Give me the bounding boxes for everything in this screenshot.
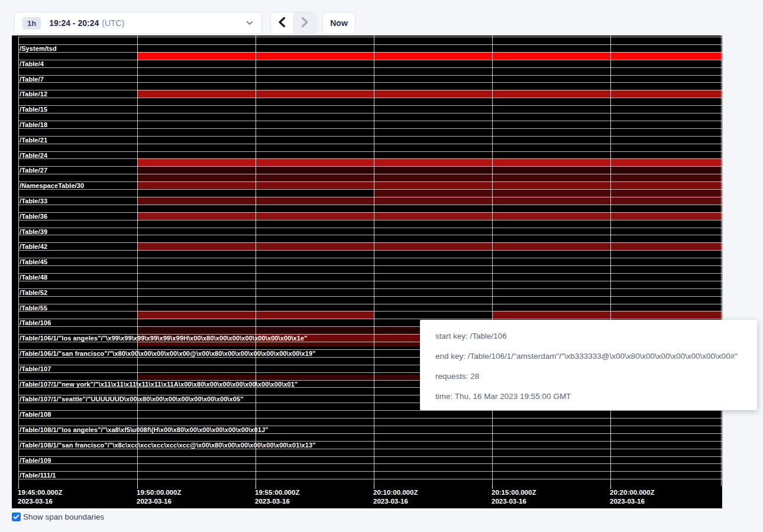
x-axis-label: 20:10:00.000Z2023-03-16 bbox=[373, 488, 418, 506]
span-boundary-line bbox=[18, 197, 722, 197]
span-boundary-line bbox=[18, 410, 722, 411]
span-boundary-line bbox=[18, 235, 722, 235]
heat-band bbox=[137, 197, 722, 205]
span-boundary-line bbox=[18, 181, 722, 182]
tooltip-start-key: start key: /Table/106 bbox=[435, 326, 751, 346]
row-label: /Table/18 bbox=[20, 121, 47, 128]
span-boundary-line bbox=[18, 471, 722, 472]
key-visualizer-canvas[interactable]: /System/tsd/Table/4/Table/7/Table/12/Tab… bbox=[12, 35, 722, 508]
span-boundary-line bbox=[18, 75, 722, 76]
x-axis-time: 20:20:00.000Z bbox=[610, 488, 654, 497]
row-label: /Table/55 bbox=[20, 304, 47, 312]
span-boundary-line bbox=[18, 136, 722, 137]
time-gridline bbox=[256, 35, 256, 486]
row-label: /Table/45 bbox=[20, 258, 47, 265]
time-gridline bbox=[492, 35, 493, 486]
span-boundary-line bbox=[18, 60, 722, 60]
span-boundary-line bbox=[18, 98, 722, 98]
row-label: /Table/12 bbox=[20, 90, 47, 98]
span-boundary-line bbox=[18, 479, 722, 479]
heat-band bbox=[137, 212, 722, 220]
row-label: /Table/111/1 bbox=[20, 472, 56, 479]
row-label: /Table/15 bbox=[20, 106, 47, 113]
span-boundary-line bbox=[18, 242, 722, 243]
sample-tooltip: start key: /Table/106 end key: /Table/10… bbox=[420, 320, 757, 410]
x-axis-time: 20:10:00.000Z bbox=[373, 488, 418, 497]
time-gridline bbox=[610, 35, 611, 486]
duration-badge: 1h bbox=[22, 17, 41, 30]
x-axis-label: 19:55:00.000Z2023-03-16 bbox=[255, 488, 299, 506]
row-label: /Table/108 bbox=[20, 411, 51, 418]
heat-band bbox=[137, 181, 722, 189]
row-label: /Table/107/1/"new york"/"\x11\x11\x11\x1… bbox=[20, 381, 298, 388]
span-boundary-line bbox=[18, 220, 722, 220]
span-boundary-line bbox=[18, 44, 722, 45]
time-nav-group bbox=[270, 12, 316, 34]
time-range-selector[interactable]: 1h 19:24 - 20:24 (UTC) bbox=[14, 12, 262, 34]
span-boundary-line bbox=[18, 418, 722, 419]
row-label: /System/tsd bbox=[20, 45, 57, 52]
row-label: /Table/48 bbox=[20, 274, 47, 281]
row-label: /Table/33 bbox=[20, 197, 47, 205]
span-boundary-line bbox=[18, 144, 722, 144]
show-span-boundaries-label[interactable]: Show span boundaries bbox=[23, 512, 104, 521]
x-axis-time: 19:45:00.000Z bbox=[18, 488, 62, 497]
time-gridline bbox=[137, 35, 138, 486]
row-label: /Table/24 bbox=[20, 152, 47, 159]
span-boundary-line bbox=[18, 37, 722, 37]
tooltip-requests: requests: 28 bbox=[435, 366, 751, 387]
row-label: /Table/4 bbox=[20, 60, 44, 67]
heat-band bbox=[137, 166, 722, 174]
span-boundary-line bbox=[18, 304, 722, 304]
span-boundary-line bbox=[18, 456, 722, 457]
span-boundary-line bbox=[18, 105, 722, 106]
now-button-label: Now bbox=[330, 18, 348, 28]
row-label: /Table/27 bbox=[20, 167, 47, 174]
next-time-button[interactable] bbox=[294, 12, 316, 34]
x-axis-date: 2023-03-16 bbox=[610, 497, 654, 506]
x-axis-date: 2023-03-16 bbox=[373, 497, 418, 506]
prev-time-button[interactable] bbox=[271, 12, 294, 34]
span-boundary-line bbox=[18, 128, 722, 129]
heat-band bbox=[137, 90, 722, 98]
show-span-boundaries-control: Show span boundaries bbox=[12, 512, 104, 521]
span-boundary-line bbox=[18, 265, 722, 266]
time-gridline bbox=[721, 35, 722, 486]
time-gridline bbox=[374, 35, 374, 486]
heat-band bbox=[492, 311, 722, 319]
span-boundary-line bbox=[18, 67, 722, 68]
row-label: /Table/106 bbox=[20, 319, 51, 326]
time-range-text: 19:24 - 20:24 bbox=[49, 18, 99, 28]
now-button[interactable]: Now bbox=[322, 12, 355, 34]
span-boundary-line bbox=[18, 281, 722, 281]
row-label: /Table/7 bbox=[20, 76, 44, 83]
span-boundary-line bbox=[18, 189, 722, 190]
x-axis-time: 19:55:00.000Z bbox=[255, 488, 299, 497]
heat-band bbox=[137, 174, 722, 181]
span-boundary-line bbox=[18, 228, 722, 228]
span-boundary-line bbox=[18, 166, 722, 167]
span-boundary-line bbox=[18, 52, 722, 53]
x-axis-label: 19:50:00.000Z2023-03-16 bbox=[137, 488, 181, 506]
span-boundary-line bbox=[18, 463, 722, 464]
row-label: /NamespaceTable/30 bbox=[20, 182, 84, 189]
span-boundary-line bbox=[18, 174, 722, 174]
show-span-boundaries-checkbox[interactable] bbox=[12, 512, 21, 521]
x-axis-time: 19:50:00.000Z bbox=[137, 488, 181, 497]
x-axis-label: 20:20:00.000Z2023-03-16 bbox=[610, 488, 654, 506]
row-label: /Table/108/1/"san francisco"/"\x8c\xcc\x… bbox=[20, 442, 316, 449]
chevron-right-icon bbox=[300, 17, 309, 30]
heat-band bbox=[137, 242, 722, 250]
row-label: /Table/107/1/"seattle"/"UUUUUUD\x00\x80\… bbox=[20, 395, 243, 403]
span-boundary-line bbox=[18, 288, 722, 289]
span-boundary-line bbox=[18, 212, 722, 213]
x-axis-date: 2023-03-16 bbox=[255, 497, 299, 506]
span-boundary-line bbox=[18, 205, 722, 205]
heat-band bbox=[137, 52, 722, 60]
span-boundary-line bbox=[18, 250, 722, 251]
tooltip-time: time: Thu, 16 Mar 2023 19:55:00 GMT bbox=[435, 387, 751, 407]
tooltip-end-key: end key: /Table/106/1/"amsterdam"/"\xb33… bbox=[435, 346, 751, 366]
row-label: /Table/52 bbox=[20, 289, 47, 296]
row-label: /Table/42 bbox=[20, 243, 47, 250]
heat-band bbox=[374, 189, 722, 197]
